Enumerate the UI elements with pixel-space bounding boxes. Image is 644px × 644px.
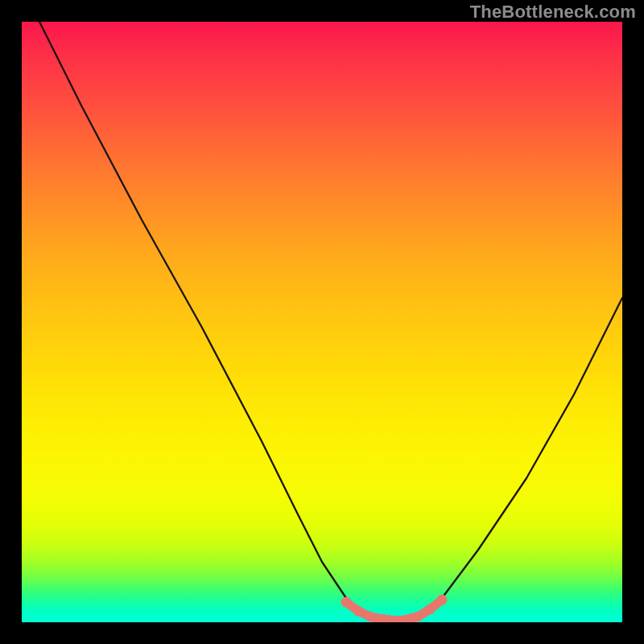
svg-point-11 [425, 605, 436, 615]
svg-point-10 [413, 612, 423, 622]
bottleneck-chart: TheBottleneck.com [0, 0, 644, 644]
plot-area [22, 22, 622, 622]
curve-layer [22, 22, 622, 622]
svg-point-0 [341, 597, 352, 608]
highlight-markers [341, 595, 448, 623]
svg-point-12 [437, 595, 448, 605]
watermark-label: TheBottleneck.com [470, 2, 636, 23]
bottleneck-curve-line [39, 22, 622, 622]
svg-point-1 [353, 606, 364, 617]
